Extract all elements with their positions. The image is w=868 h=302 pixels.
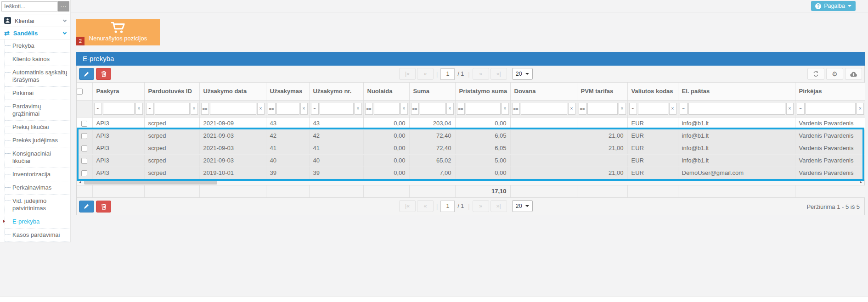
- column-header-paskyra[interactable]: Paskyra: [92, 83, 144, 100]
- filter-operator-button[interactable]: ==: [201, 103, 209, 115]
- filter-operator-button[interactable]: ==: [411, 103, 419, 115]
- first-page-button[interactable]: |«: [399, 200, 416, 212]
- filter-clear-button[interactable]: ×: [257, 103, 265, 115]
- filter-input-uzsakymo-data[interactable]: [210, 103, 256, 115]
- export-button[interactable]: [845, 68, 862, 80]
- filter-input-pvm-tarifas[interactable]: [587, 103, 618, 115]
- column-header-uzsakymo-data[interactable]: Užsakymo data: [199, 83, 266, 100]
- prev-page-button[interactable]: «: [417, 68, 434, 80]
- filter-operator-button[interactable]: ==: [457, 103, 465, 115]
- table-row[interactable]: API3scrped2019-10-0139390,007,000,0021,0…: [77, 167, 865, 179]
- filter-operator-button[interactable]: ==: [268, 103, 276, 115]
- sidebar-item-konsignaciniai-likuciai[interactable]: Konsignaciniai likučiai: [5, 147, 70, 168]
- filter-operator-button[interactable]: ~: [146, 103, 154, 115]
- column-header-nuolaida[interactable]: Nuolaida: [363, 83, 409, 100]
- column-header-suma[interactable]: Suma: [409, 83, 455, 100]
- filter-operator-button[interactable]: ==: [579, 103, 586, 115]
- horizontal-scrollbar[interactable]: ◂ ▸: [77, 179, 864, 185]
- filter-input-uzsakymas[interactable]: [276, 103, 299, 115]
- filter-input-pristatymo-suma[interactable]: [466, 103, 501, 115]
- filter-operator-button[interactable]: ~: [680, 103, 688, 115]
- filter-clear-button[interactable]: ×: [135, 103, 143, 115]
- filter-clear-button[interactable]: ×: [619, 103, 626, 115]
- filter-clear-button[interactable]: ×: [400, 103, 408, 115]
- filter-clear-button[interactable]: ×: [669, 103, 676, 115]
- row-checkbox[interactable]: [81, 145, 87, 151]
- sidebar-item-e-prekyba[interactable]: E-prekyba: [5, 215, 70, 229]
- row-checkbox[interactable]: [81, 170, 87, 176]
- next-page-button[interactable]: »: [473, 200, 489, 212]
- search-options-button[interactable]: ···: [58, 1, 69, 11]
- filter-operator-button[interactable]: ~: [629, 103, 637, 115]
- filter-input-uzsakymo-nr[interactable]: [320, 103, 354, 115]
- row-checkbox[interactable]: [81, 133, 87, 139]
- delete-button[interactable]: [96, 201, 111, 213]
- help-button[interactable]: ? Pagalba: [811, 1, 856, 11]
- column-header-uzsakymas[interactable]: Užsakymas: [266, 83, 309, 100]
- next-page-button[interactable]: »: [473, 68, 489, 80]
- select-all-checkbox[interactable]: [77, 89, 83, 95]
- edit-button[interactable]: [79, 201, 94, 213]
- filter-operator-button[interactable]: ~: [797, 103, 805, 115]
- filter-input-pirkejas[interactable]: [806, 103, 856, 115]
- table-row[interactable]: API3scrped2021-09-0340400,0065,025,00EUR…: [77, 154, 865, 167]
- filter-clear-button[interactable]: ×: [355, 103, 362, 115]
- page-size-select[interactable]: 20: [512, 200, 533, 212]
- sidebar-group-klientai[interactable]: Klientai: [0, 15, 70, 27]
- column-header-pvm-tarifas[interactable]: PVM tarifas: [577, 83, 627, 100]
- page-input[interactable]: [440, 201, 455, 212]
- filter-clear-button[interactable]: ×: [446, 103, 454, 115]
- delete-button[interactable]: [96, 68, 111, 80]
- column-header-dovana[interactable]: Dovana: [510, 83, 577, 100]
- filter-input-nuolaida[interactable]: [374, 103, 400, 115]
- last-page-button[interactable]: »|: [490, 200, 507, 212]
- refresh-button[interactable]: [807, 68, 824, 80]
- scrollbar-thumb[interactable]: [84, 180, 217, 185]
- table-row[interactable]: API3scrped2021-09-0342420,0072,406,0521,…: [77, 129, 865, 142]
- table-row[interactable]: API3scrped2021-09-0943430,00203,040,00EU…: [77, 117, 865, 129]
- page-input[interactable]: [440, 68, 455, 80]
- unwritten-positions-tile[interactable]: Nenurašytos pozicijos 2: [76, 19, 160, 45]
- sidebar-item-pardavimu-grazinimai[interactable]: Pardavimų grąžinimai: [5, 100, 70, 121]
- row-checkbox[interactable]: [81, 158, 87, 164]
- sidebar-item-vid-judejimo-patvirtinimas[interactable]: Vid. judėjimo patvirtinimas: [5, 195, 70, 215]
- sidebar-item-prekes-judejimas[interactable]: Prekės judėjimas: [5, 134, 70, 147]
- scroll-left-arrow-icon[interactable]: ◂: [77, 179, 83, 185]
- sidebar-item-perkainavimas[interactable]: Perkainavimas: [5, 181, 70, 195]
- settings-button[interactable]: ⚙: [826, 68, 843, 80]
- filter-input-parduotuves-id[interactable]: [155, 103, 190, 115]
- edit-button[interactable]: [79, 68, 94, 80]
- filter-input-suma[interactable]: [420, 103, 445, 115]
- page-size-select[interactable]: 20: [512, 68, 533, 80]
- column-header-valiutos-kodas[interactable]: Valiutos kodas: [627, 83, 678, 100]
- filter-clear-button[interactable]: ×: [502, 103, 509, 115]
- column-header-uzsakymo-nr[interactable]: Užsakymo nr.: [309, 83, 363, 100]
- filter-clear-button[interactable]: ×: [191, 103, 198, 115]
- filter-input-paskyra[interactable]: [103, 103, 135, 115]
- sidebar-item-automatinis-saskaitu-israsymas[interactable]: Automatinis sąskaitų išrašymas: [5, 66, 70, 87]
- sidebar-item-inventorizacija[interactable]: Inventorizacija: [5, 168, 70, 181]
- first-page-button[interactable]: |«: [399, 68, 416, 80]
- filter-operator-button[interactable]: ~: [94, 103, 102, 115]
- sidebar-item-pirkimai[interactable]: Pirkimai: [5, 87, 70, 100]
- table-row[interactable]: API3scrped2021-09-0341410,0072,406,0521,…: [77, 142, 865, 154]
- filter-clear-button[interactable]: ×: [786, 103, 794, 115]
- filter-operator-button[interactable]: ==: [365, 103, 373, 115]
- last-page-button[interactable]: »|: [490, 68, 507, 80]
- filter-input-dovana[interactable]: [521, 103, 567, 115]
- filter-clear-button[interactable]: ×: [857, 103, 864, 115]
- sidebar-item-prekiu-likuciai[interactable]: Prekių likučiai: [5, 121, 70, 134]
- sidebar-group-sandelis[interactable]: ⇄ Sandėlis: [0, 27, 70, 39]
- column-header-pirkejas[interactable]: Pirkėjas: [795, 83, 865, 100]
- sidebar-item-kasos-pardavimai[interactable]: Kasos pardavimai: [5, 229, 70, 242]
- filter-clear-button[interactable]: ×: [568, 103, 575, 115]
- sidebar-item-kliento-kainos[interactable]: Kliento kainos: [5, 53, 70, 66]
- column-header-parduotuves-id[interactable]: Parduotuvės ID: [144, 83, 199, 100]
- column-header-el-pastas[interactable]: El. paštas: [678, 83, 795, 100]
- filter-operator-button[interactable]: ~: [311, 103, 319, 115]
- prev-page-button[interactable]: «: [417, 200, 434, 212]
- filter-input-valiutos-kodas[interactable]: [638, 103, 668, 115]
- sidebar-item-prekyba[interactable]: Prekyba: [5, 39, 70, 53]
- row-checkbox[interactable]: [81, 121, 87, 127]
- filter-operator-button[interactable]: ==: [512, 103, 520, 115]
